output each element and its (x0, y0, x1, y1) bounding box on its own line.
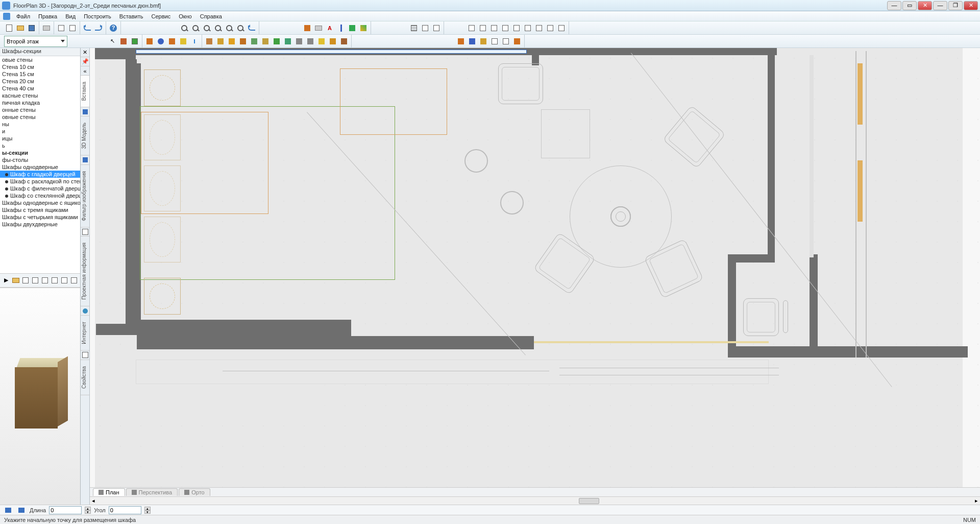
sidebar-item[interactable]: Шкафы однодверные (0, 163, 80, 171)
sidebar-item[interactable]: Шкаф с гладкой дверцей (0, 171, 80, 178)
zoom-extents-button[interactable] (213, 23, 223, 33)
dist-v-button[interactable] (545, 23, 555, 33)
close-button[interactable]: ✕ (964, 1, 978, 10)
align-top-button[interactable] (500, 23, 510, 33)
dim-icon2[interactable] (16, 505, 27, 515)
text-button[interactable]: A (325, 23, 335, 33)
sidebar-item[interactable]: овные стены (0, 113, 80, 121)
grid-button[interactable] (409, 23, 419, 33)
vt-prop-icon[interactable] (81, 351, 89, 360)
home-tool[interactable] (456, 36, 466, 46)
sidebar-item[interactable]: ицы (0, 135, 80, 142)
vtab-props[interactable]: Свойства (81, 360, 89, 395)
furniture-tool[interactable] (204, 36, 214, 46)
sb-open-icon[interactable] (11, 275, 20, 285)
vt-net-icon[interactable] (81, 306, 89, 316)
door-tool[interactable] (130, 36, 140, 46)
fill-button[interactable] (347, 23, 357, 33)
zoom-window-button[interactable] (202, 23, 212, 33)
misc-tool[interactable] (501, 36, 511, 46)
sidebar-item[interactable]: ы-секции (0, 149, 80, 156)
wall-tool[interactable] (118, 36, 129, 46)
minimize2-button[interactable]: — (933, 1, 947, 10)
help-button[interactable]: ? (108, 23, 118, 33)
align-right-button[interactable] (489, 23, 499, 33)
tab-perspective[interactable]: Перспектива (126, 488, 178, 496)
h-scrollbar[interactable]: ◂ ▸ (90, 496, 980, 505)
mdi-close-button[interactable]: ✕ (918, 1, 932, 10)
sidebar-item[interactable]: ны (0, 121, 80, 128)
minimize-button[interactable]: — (887, 1, 901, 10)
sidebar-item[interactable]: ь (0, 142, 80, 149)
align-left-button[interactable] (467, 23, 477, 33)
print-button[interactable] (41, 23, 52, 33)
zoom-in-button[interactable] (179, 23, 189, 33)
fence-tool[interactable] (272, 36, 282, 46)
sb-play-icon[interactable]: ▶ (2, 275, 10, 285)
zoom-out-button[interactable] (190, 23, 201, 33)
maximize-button[interactable]: ▭ (902, 1, 917, 10)
tab-ortho[interactable]: Орто (179, 488, 210, 496)
sidebar-item[interactable]: и (0, 128, 80, 135)
roof-tool[interactable] (238, 36, 248, 46)
pad-tool[interactable] (294, 36, 304, 46)
menu-service[interactable]: Сервис (147, 12, 175, 20)
menu-help[interactable]: Справка (196, 12, 226, 20)
sidebar-item[interactable]: Шкафы двухдверные (0, 221, 80, 228)
light-tool[interactable] (283, 36, 293, 46)
print2-button[interactable] (313, 23, 324, 33)
render-button[interactable] (302, 23, 312, 33)
vt-pin-icon[interactable]: 📌 (81, 57, 89, 66)
dim-icon1[interactable] (3, 505, 13, 515)
angle-spinner[interactable]: ▴▾ (144, 507, 151, 514)
vtab-3dmodel[interactable]: 3D Модель (81, 116, 89, 155)
copy-button[interactable] (56, 23, 66, 33)
vt-arrow-icon[interactable]: « (81, 66, 89, 76)
sidebar-list[interactable]: овые стеныСтена 10 смСтена 15 смСтена 20… (0, 56, 80, 273)
sidebar-item[interactable]: Шкаф с филенчатой дверцей (0, 185, 80, 192)
vtab-insert[interactable]: Вставка (81, 76, 89, 107)
vt-info-icon[interactable] (81, 227, 89, 236)
col-tool[interactable] (328, 36, 338, 46)
measure-tool[interactable] (178, 36, 188, 46)
sb-grid2-icon[interactable] (41, 275, 50, 285)
sb-grid1-icon[interactable] (31, 275, 39, 285)
box-tool[interactable] (144, 36, 155, 46)
dist-h-button[interactable] (534, 23, 544, 33)
align-center-button[interactable] (478, 23, 488, 33)
menu-file[interactable]: Файл (12, 12, 34, 20)
sb-grid3-icon[interactable] (51, 275, 59, 285)
sidebar-item[interactable]: Шкаф с раскладкой по стеклу (0, 178, 80, 185)
zoom-prev-button[interactable] (235, 23, 246, 33)
align-bottom-button[interactable] (523, 23, 533, 33)
region-tool[interactable] (305, 36, 315, 46)
sidebar-item[interactable]: Шкафы с четырьмя ящиками (0, 213, 80, 221)
person-tool[interactable] (489, 36, 500, 46)
floor-selector[interactable]: Второй этаж (4, 36, 67, 47)
sb-copy-icon[interactable] (21, 275, 30, 285)
sidebar-item[interactable]: онные стены (0, 106, 80, 113)
group-button[interactable] (556, 23, 567, 33)
sidebar-item[interactable]: овые стены (0, 56, 80, 63)
eye-tool[interactable] (339, 36, 349, 46)
scroll-thumb[interactable] (579, 498, 599, 504)
floorplan-canvas[interactable] (90, 48, 980, 487)
palette-button[interactable] (358, 23, 369, 33)
length-input[interactable] (49, 506, 82, 514)
sidebar-item[interactable]: фы-столы (0, 156, 80, 163)
align-middle-button[interactable] (511, 23, 522, 33)
cube-tool[interactable] (227, 36, 237, 46)
sb-grid4-icon[interactable] (60, 275, 69, 285)
length-spinner[interactable]: ▴▾ (85, 507, 91, 514)
stairs-tool[interactable] (215, 36, 226, 46)
sidebar-item[interactable]: Стена 10 см (0, 63, 80, 70)
sidebar-item[interactable]: Шкафы однодверные с ящиком (0, 199, 80, 206)
misc2-tool[interactable] (512, 36, 522, 46)
sidebar-item[interactable]: Стена 20 см (0, 78, 80, 85)
mesh-tool[interactable] (167, 36, 177, 46)
sidebar-item[interactable]: касные стены (0, 92, 80, 99)
sidebar-item[interactable]: Шкаф со стеклянной дверцей (0, 192, 80, 199)
tree-tool[interactable] (478, 36, 488, 46)
vt-filter-icon[interactable] (81, 156, 89, 165)
snap-button[interactable] (420, 23, 430, 33)
